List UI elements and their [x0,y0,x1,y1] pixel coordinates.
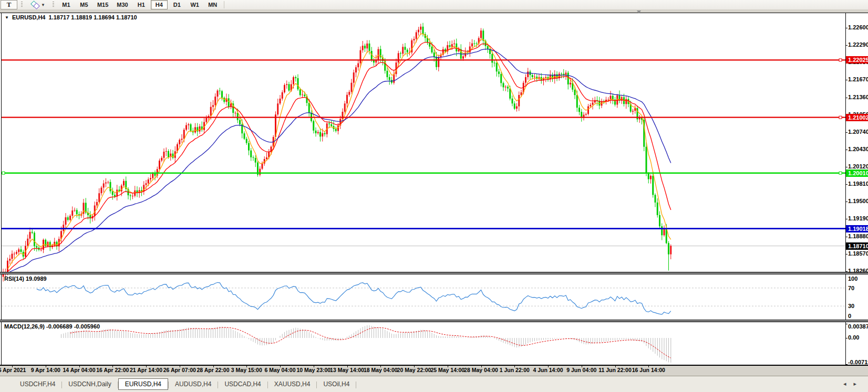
macd-indicator-label: MACD(12,26,9) -0.006689 -0.005960 [4,323,100,330]
timeframe-button-M1[interactable]: M1 [58,0,75,9]
timeframe-toolbar: M1M5M15M30H1H4D1W1MN [57,0,222,9]
chart-tab-XAUUSD-H4[interactable]: XAUUSD,H4 [268,379,317,389]
time-axis-label: 6 May 04:00 [265,367,296,373]
timeframe-button-M5[interactable]: M5 [76,0,92,9]
macd-scale-label: 0.00 [848,334,859,341]
terminal-window: T ▼ M1M5M15M30H1H4D1W1MN ▼ EURUSD,H4 1.1… [0,0,868,392]
timeframe-button-D1[interactable]: D1 [169,0,185,9]
price-tick [845,28,848,28]
timeframe-button-MN[interactable]: MN [204,0,221,9]
price-tick-label: 1.21360 [848,94,868,100]
price-tick-label: 1.19810 [848,181,868,187]
price-tick-label: 1.18570 [848,250,868,257]
time-axis-label: 9 Jun 04:00 [566,367,596,373]
panel-splitter-macd[interactable] [0,320,868,322]
bid-price-label: 1.18710 [846,242,868,250]
price-tick-label: 1.18260 [848,268,868,274]
tab-scroll-left-button[interactable]: ◂ [843,380,854,387]
price-tick [845,271,848,272]
rsi-scale-label: 30 [848,303,854,309]
price-tick [845,80,848,80]
macd-tick [845,338,848,338]
time-axis-label: 28 May 04:00 [464,367,498,373]
chart-tab-USDCNH-Daily[interactable]: USDCNH,Daily [62,379,117,389]
price-tick [845,254,848,255]
price-tick-label: 1.21670 [848,76,868,82]
toolbar-grip-2[interactable] [53,2,54,8]
price-label-1.19018: 1.19018 [846,225,868,232]
chart-window[interactable] [0,13,868,366]
time-axis-label: 1 Jun 22:00 [500,367,530,373]
toolbar-grip[interactable] [21,2,23,8]
timeframe-button-H1[interactable]: H1 [133,0,150,9]
price-label-1.22025: 1.22025 [846,56,868,63]
chart-tab-USDCHF-H4[interactable]: USDCHF,H4 [14,379,61,389]
price-tick [845,184,848,185]
time-axis-label: 16 Jun 14:00 [632,367,665,373]
chart-symbol-period: EURUSD,H4 [12,14,46,20]
chart-objects-button[interactable]: ▼ [26,0,49,9]
price-tick [845,98,848,98]
time-axis-label: 16 Apr 22:00 [96,367,129,373]
macd-scale-label: -0.007192 [848,359,868,365]
time-axis-label: 10 May 23:00 [296,367,330,373]
chart-tab-USOil-H4[interactable]: USOil,H4 [317,379,356,389]
time-axis-label: 9 Apr 14:00 [31,367,60,373]
price-tick [845,150,848,150]
collapse-triangle-icon[interactable]: ▼ [5,15,9,20]
panel-splitter-rsi[interactable] [0,272,868,274]
rsi-scale-label: 0 [848,313,851,319]
price-tick-label: 1.20120 [848,163,868,169]
chart-border-bottom [0,365,868,366]
time-axis-label: 14 Apr 04:00 [63,367,95,373]
price-tick [845,219,848,219]
chart-border-top [0,13,868,13]
chart-title: ▼ EURUSD,H4 1.18717 1.18819 1.18694 1.18… [5,14,137,20]
timeframe-button-H4[interactable]: H4 [151,0,168,9]
chart-tab-EURUSD-H4[interactable]: EURUSD,H4 [118,378,168,390]
price-tick-label: 1.19190 [848,215,868,221]
time-axis-label: 11 Jun 22:00 [598,367,631,373]
chart-tabs: USDCHF,H4USDCNH,DailyEURUSD,H4AUDUSD,H4U… [14,378,356,390]
price-tick [845,202,848,202]
macd-tick [845,364,848,365]
timeframe-button-M15[interactable]: M15 [94,0,112,9]
text-tool-button[interactable]: T [1,0,17,9]
time-axis-label: 3 May 15:00 [231,367,262,373]
price-tick-label: 1.22600 [848,24,868,30]
price-tick [845,45,848,46]
price-tick [845,132,848,133]
price-axis-line [845,13,846,365]
chevron-down-icon: ▼ [41,3,45,7]
time-axis-label: 28 Apr 22:00 [197,367,229,373]
tab-scroll-right-button[interactable]: ▸ [853,380,864,387]
time-axis-label: 4 Jun 14:00 [533,367,563,373]
time-axis-label: 6 Apr 2021 [0,367,26,373]
time-axis-label: 18 May 04:00 [364,367,398,373]
objects-icon [31,1,39,8]
timeframe-button-W1[interactable]: W1 [187,0,203,9]
price-tick-label: 1.18880 [848,233,868,239]
chart-tab-USDCAD-H4[interactable]: USDCAD,H4 [218,379,267,389]
price-tick [845,167,848,167]
toolbar-separator [224,1,224,8]
chart-tab-bar: USDCHF,H4USDCNH,DailyEURUSD,H4AUDUSD,H4U… [0,376,868,392]
chart-shift-marker[interactable] [637,10,641,14]
rsi-indicator-label: RSI(14) 19.0989 [4,276,47,282]
price-tick [845,237,848,237]
time-axis-label: 13 May 14:00 [330,367,364,373]
price-tick-label: 1.20430 [848,146,868,152]
time-axis-label: 21 Apr 14:00 [130,367,162,373]
price-tick-label: 1.19500 [848,198,868,204]
macd-tick [845,324,848,324]
rsi-scale-label: 100 [848,276,857,282]
price-label-1.20010: 1.20010 [846,169,868,177]
chart-tab-AUDUSD-H4[interactable]: AUDUSD,H4 [169,379,218,389]
time-axis-label: 25 May 14:00 [430,367,464,373]
chart-border-left [1,13,2,365]
timeframe-button-M30[interactable]: M30 [113,0,131,9]
price-tick-label: 1.20740 [848,129,868,135]
macd-scale-label: 0.003873 [848,323,868,330]
toolbar: T ▼ M1M5M15M30H1H4D1W1MN [0,0,868,10]
time-axis-label: 26 Apr 07:00 [163,367,196,373]
